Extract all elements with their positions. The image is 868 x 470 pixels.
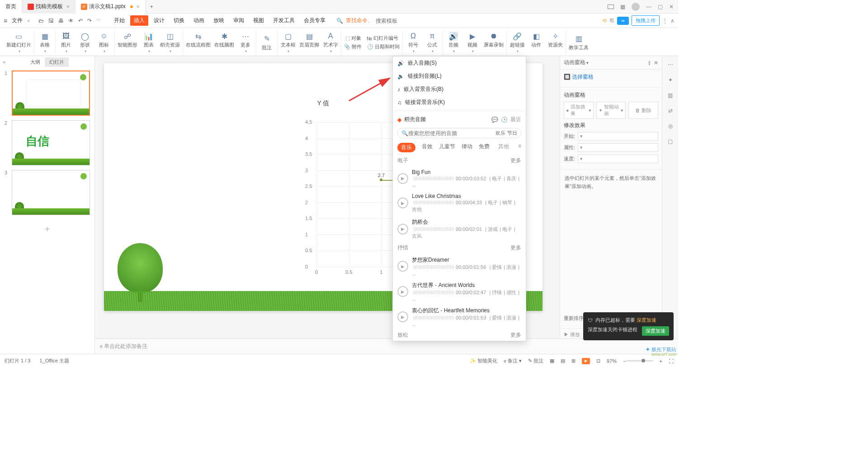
audio-search-input[interactable] <box>408 130 494 136</box>
tab-home[interactable]: 首页 <box>0 0 22 14</box>
menu-devtools[interactable]: 开发工具 <box>269 15 298 26</box>
view-reading-icon[interactable]: ⊞ <box>571 358 576 364</box>
apps-icon[interactable]: ▦ <box>620 4 625 10</box>
play-icon[interactable]: ▶ <box>397 197 408 208</box>
play-icon[interactable]: ▶ <box>397 311 408 322</box>
side-resource-icon[interactable]: ▢ <box>666 137 675 146</box>
datetime-button[interactable]: 🕒 日期和时间 <box>367 43 400 50</box>
file-menu[interactable]: 文件 <box>12 17 23 24</box>
tag-holiday[interactable]: 节日 <box>507 130 517 136</box>
slide-thumb-3[interactable] <box>12 170 90 215</box>
cat-other[interactable]: 其他 <box>498 143 509 152</box>
minimize-button[interactable]: — <box>646 4 651 10</box>
more-qat-icon[interactable]: ⋯ <box>96 18 100 24</box>
smartart-button[interactable]: ☍智能图形 <box>118 32 137 53</box>
picture-button[interactable]: 🖼图片 <box>58 32 74 53</box>
daoke-res-button[interactable]: ◫稻壳资源 <box>160 32 180 53</box>
comments-toggle[interactable]: ✎ 批注 <box>528 357 543 364</box>
object-button[interactable]: ⬚ 对象 <box>345 35 361 42</box>
zoom-level[interactable]: 97% <box>607 358 617 364</box>
side-layout-icon[interactable]: ▥ <box>666 91 675 99</box>
wordart-button[interactable]: A艺术字 <box>323 32 338 53</box>
close-button[interactable]: ✕ <box>669 4 674 10</box>
zoom-in-button[interactable]: + <box>660 358 662 364</box>
recent-label[interactable]: 最近 <box>510 116 521 123</box>
headerfooter-button[interactable]: ▤页眉页脚 <box>299 32 319 53</box>
menu-vip[interactable]: 会员专享 <box>300 15 329 26</box>
window-layout-icon[interactable] <box>608 5 614 9</box>
start-select[interactable]: ▾ <box>578 132 658 141</box>
delete-anim-button[interactable]: 🗑 删除 <box>628 102 658 119</box>
view-sorter-icon[interactable]: ▤ <box>561 358 565 364</box>
audio-track[interactable]: ▶ 梦想家Dreamer 00:00/0:01:56 | 爱情| 浪漫| ... <box>393 254 526 279</box>
tab-presentation[interactable]: P 演示文稿1.pptx × <box>75 0 146 14</box>
video-button[interactable]: ▶视频 <box>465 32 480 53</box>
add-effect-button[interactable]: ● 添加效果 ▾ <box>564 102 594 119</box>
play-icon[interactable]: ▶ <box>397 173 408 184</box>
undo-icon[interactable]: ↶ <box>78 18 83 24</box>
new-slide-button[interactable]: ▭新建幻灯片 <box>6 32 31 53</box>
slide-thumb-2[interactable]: 自信 <box>12 120 90 165</box>
side-more-icon[interactable]: ⋯ <box>666 61 675 69</box>
audio-search[interactable]: 🔍 欢乐 节日 <box>397 128 521 138</box>
slide-thumb-1[interactable] <box>12 70 90 116</box>
chart-button[interactable]: 📊图表 <box>141 32 156 53</box>
clock-icon[interactable]: 🕒 <box>501 117 508 123</box>
search-input[interactable] <box>376 18 412 24</box>
action-button[interactable]: ◧动作 <box>528 32 544 53</box>
menu-slideshow[interactable]: 放映 <box>210 15 228 26</box>
zoom-fit-icon[interactable]: ⊡ <box>596 358 600 364</box>
menu-animation[interactable]: 动画 <box>190 15 208 26</box>
beautify-button[interactable]: ✨ 智能美化 <box>470 357 497 364</box>
close-icon[interactable]: × <box>137 4 140 10</box>
online-mind-button[interactable]: ✱在线脑图 <box>214 32 234 53</box>
menu-transition[interactable]: 切换 <box>170 15 188 26</box>
attach-button[interactable]: 📎 附件 <box>344 43 362 50</box>
collapse-ribbon-icon[interactable]: ⋮ <box>662 18 668 24</box>
icon-button[interactable]: ☺图标 <box>96 32 112 53</box>
cat-music[interactable]: 音乐 <box>397 143 415 152</box>
slideshow-play-button[interactable]: ▶ <box>582 358 590 364</box>
view-normal-icon[interactable]: ▦ <box>550 358 554 364</box>
fullscreen-icon[interactable]: ⛶ <box>669 358 674 364</box>
more-link[interactable]: 更多 <box>510 244 521 252</box>
play-icon[interactable]: ▶ <box>397 261 408 272</box>
side-style-icon[interactable]: ✦ <box>666 76 675 84</box>
outline-tab[interactable]: 大纲 <box>26 57 45 67</box>
respool-button[interactable]: ✧资源夹 <box>547 32 563 53</box>
cat-free[interactable]: 免费 <box>479 143 490 152</box>
command-search[interactable]: 🔍 查找命令、 <box>336 17 412 24</box>
audio-track[interactable]: ▶ Big Fun 00:00/0:03:52 | 电子| 喜庆| ... <box>393 166 526 190</box>
cat-kids[interactable]: 儿童节 <box>439 143 455 152</box>
sync-icon[interactable]: ⟲ <box>602 18 607 24</box>
play-icon[interactable]: ▶ <box>397 286 408 297</box>
print-icon[interactable]: 🖶 <box>58 18 64 24</box>
user-avatar[interactable] <box>632 3 640 11</box>
pane-close-icon[interactable]: ✕ <box>654 60 658 66</box>
new-tab-button[interactable]: + <box>146 4 158 10</box>
menu-insert[interactable]: 插入 <box>130 15 148 26</box>
link-bgm-item[interactable]: ♫链接背景音乐(K) <box>393 96 526 109</box>
add-slide-button[interactable]: + <box>5 224 90 235</box>
hyperlink-button[interactable]: 🔗超链接 <box>509 32 525 53</box>
menu-start[interactable]: 开始 <box>110 15 128 26</box>
upload-button[interactable]: 拖拽上传 <box>632 15 660 26</box>
select-pane-link[interactable]: 🔲 选择窗格 <box>564 73 658 81</box>
teach-button[interactable]: ▥教学工具 <box>569 34 589 51</box>
pane-pin-icon[interactable]: ⫿ <box>648 60 651 66</box>
slidenum-button[interactable]: № 幻灯片编号 <box>367 35 398 42</box>
tab-templates[interactable]: 找稿壳模板 × <box>22 0 75 14</box>
menu-view[interactable]: 视图 <box>250 15 268 26</box>
symbol-button[interactable]: Ω符号 <box>406 32 421 53</box>
menu-design[interactable]: 设计 <box>150 15 168 26</box>
speed-select[interactable]: ▾ <box>578 155 658 163</box>
more-link[interactable]: 更多 <box>510 331 521 339</box>
notes-toggle[interactable]: ≡ 备注 ▾ <box>504 357 522 364</box>
cat-sfx[interactable]: 音效 <box>422 143 433 152</box>
side-target-icon[interactable]: ◎ <box>666 122 675 130</box>
pane-title[interactable]: 动画窗格 <box>564 59 589 66</box>
accelerate-button[interactable]: 深度加速 <box>642 326 669 336</box>
ribbon-toggle-icon[interactable]: ∧ <box>670 18 675 24</box>
embed-audio-item[interactable]: 🔊嵌入音频(S) <box>393 56 526 70</box>
notes-bar[interactable]: ≡ 单击此处添加备注 <box>95 338 678 354</box>
